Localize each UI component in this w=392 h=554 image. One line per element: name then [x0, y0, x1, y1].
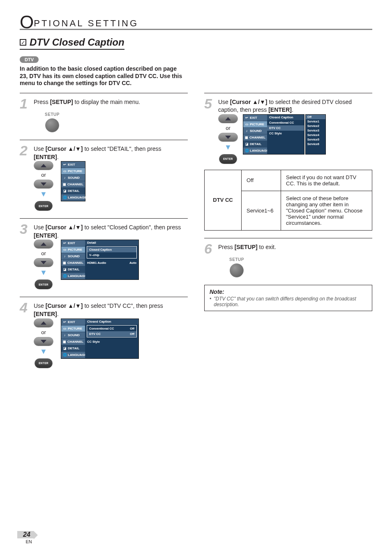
svg-marker-4 — [41, 321, 46, 325]
cursor-nav-figure: or ▼ ENTER — [34, 161, 53, 211]
cursor-down-icon — [34, 258, 53, 267]
cursor-nav-figure: or ▼ ENTER — [218, 114, 238, 164]
osd-option: Service1 — [306, 119, 325, 124]
enter-button-icon: ENTER — [35, 358, 53, 368]
osd-row: CC Style — [267, 131, 304, 136]
step-3-text: Use [Cursor ▲/▼] to select "Closed Capti… — [34, 223, 188, 240]
step-number-4: 4 — [20, 301, 30, 314]
note-title: Note: — [210, 289, 367, 295]
cursor-nav-figure: or ▼ ENTER — [34, 319, 53, 368]
step-divider — [20, 218, 188, 219]
osd-row: DTV CC — [267, 125, 304, 131]
osd-panel-header: Detail — [85, 240, 138, 245]
cursor-up-icon — [218, 114, 238, 123]
enter-button-icon: ENTER — [35, 201, 53, 211]
page-number: 24 — [17, 531, 34, 538]
page-language: EN — [26, 539, 32, 544]
step-divider — [20, 140, 188, 140]
table-option-off: Off — [242, 170, 281, 191]
svg-marker-7 — [225, 136, 231, 139]
osd-row: Closed Caption — [87, 247, 136, 252]
bullet-icon: • — [210, 296, 211, 307]
enter-button-icon: ENTER — [35, 279, 53, 289]
step-number-5: 5 — [204, 97, 214, 110]
svg-marker-1 — [41, 182, 46, 186]
step-number-3: 3 — [20, 223, 30, 235]
header-big-letter: O — [20, 13, 34, 31]
language-icon: 🌐 — [63, 196, 67, 199]
cursor-down-icon — [34, 180, 53, 189]
chevron-down-icon: ▼ — [40, 348, 47, 355]
osd-option-list: Off Service1 Service2 Service3 Service4 … — [305, 114, 326, 155]
dtvcc-info-table: DTV CC Off Select if you do not want DTV… — [204, 170, 372, 231]
osd-row: DTV CCOff — [87, 331, 136, 337]
step-divider — [204, 93, 372, 93]
step-divider — [20, 297, 188, 297]
table-desc-service: Select one of these before changing any … — [281, 191, 372, 230]
or-text: or — [41, 250, 46, 256]
table-desc-off: Select if you do not want DTV CC. This i… — [281, 170, 372, 191]
exit-icon: ↩ — [63, 163, 67, 166]
note-box: Note: • "DTV CC" that you can switch dif… — [204, 285, 372, 311]
cursor-down-icon — [218, 133, 238, 142]
dtv-badge: DTV — [20, 56, 39, 63]
osd-cc-menu: ↩EXIT ▭PICTURE ♪SOUND ▦CHANNEL ◪DETAIL 🌐… — [61, 319, 139, 359]
detail-icon: ◪ — [63, 189, 67, 193]
svg-marker-5 — [41, 340, 46, 343]
sound-icon: ♪ — [63, 176, 67, 180]
chevron-down-icon: ▼ — [224, 143, 232, 151]
cursor-nav-figure: or ▼ ENTER — [34, 240, 53, 289]
section-title: DTV Closed Caption — [30, 37, 125, 48]
setup-label: SETUP — [229, 257, 244, 262]
setup-button-figure: SETUP — [218, 257, 255, 277]
osd-row: V–chip — [87, 252, 136, 258]
osd-option: Service3 — [306, 128, 325, 133]
osd-option: Service5 — [306, 137, 325, 142]
or-text: or — [41, 329, 46, 335]
channel-icon: ▦ — [63, 182, 66, 186]
page-footer: 24 EN — [17, 531, 34, 544]
step-4-text: Use [Cursor ▲/▼] to select "DTV CC", the… — [34, 301, 188, 318]
osd-option: Service2 — [306, 124, 325, 128]
osd-panel-header: Closed Caption — [85, 319, 138, 324]
step-divider — [204, 238, 372, 238]
chevron-down-icon: ▼ — [40, 190, 47, 198]
page-header: O PTIONAL SETTING — [20, 12, 372, 30]
or-text: or — [226, 125, 231, 131]
osd-left-list: ↩EXIT ▭PICTURE ♪SOUND ▦CHANNEL ◪DETAIL 🌐… — [61, 240, 85, 279]
osd-dtvcc-menu: ↩EXIT ▭PICTURE ♪SOUND ▦CHANNEL ◪DETAIL 🌐… — [243, 114, 326, 155]
setup-label: SETUP — [45, 112, 60, 117]
step-5-text: Use [Cursor ▲/▼] to select the desired D… — [218, 97, 372, 114]
svg-marker-6 — [225, 117, 231, 120]
step-number-1: 1 — [20, 97, 30, 110]
osd-option: Service4 — [306, 133, 325, 137]
osd-option: Off — [306, 115, 325, 119]
header-title: PTIONAL SETTING — [34, 18, 138, 30]
step-2-text: Use [Cursor ▲/▼] to select "DETAIL", the… — [34, 144, 188, 161]
cursor-up-icon — [34, 240, 53, 249]
osd-row: Conventional CCOff — [87, 326, 136, 331]
step-1-text: Press [SETUP] to display the main menu. — [34, 97, 140, 106]
osd-option: Service6 — [306, 142, 325, 146]
or-text: or — [41, 172, 46, 178]
step-6-text: Press [SETUP] to exit. — [218, 242, 276, 252]
osd-row: HDMI1 AudioAuto — [85, 260, 138, 265]
svg-marker-2 — [41, 242, 46, 246]
cursor-down-icon — [34, 337, 53, 346]
step-number-2: 2 — [20, 144, 30, 157]
table-option-service: Service1~6 — [242, 191, 281, 230]
osd-row: Conventional CC — [267, 120, 304, 125]
chevron-down-icon: ▼ — [40, 269, 47, 276]
cursor-up-icon — [34, 319, 53, 328]
osd-detail-menu: ↩EXIT ▭PICTURE ♪SOUND ▦CHANNEL ◪DETAIL 🌐… — [61, 240, 139, 280]
table-label: DTV CC — [205, 170, 242, 230]
svg-marker-3 — [41, 261, 46, 264]
checkbox-icon: ✓ — [20, 39, 26, 46]
osd-row: CC Style — [85, 339, 138, 344]
osd-main-menu: ↩EXIT ▭PICTURE ♪SOUND ▦CHANNEL ◪DETAIL 🌐… — [61, 161, 85, 201]
step-divider — [20, 93, 188, 93]
section-heading: ✓ DTV Closed Caption — [20, 37, 125, 50]
setup-button-icon — [45, 118, 59, 132]
osd-left-list: ↩EXIT ▭PICTURE ♪SOUND ▦CHANNEL ◪DETAIL 🌐… — [61, 162, 85, 201]
cursor-up-icon — [34, 161, 53, 170]
